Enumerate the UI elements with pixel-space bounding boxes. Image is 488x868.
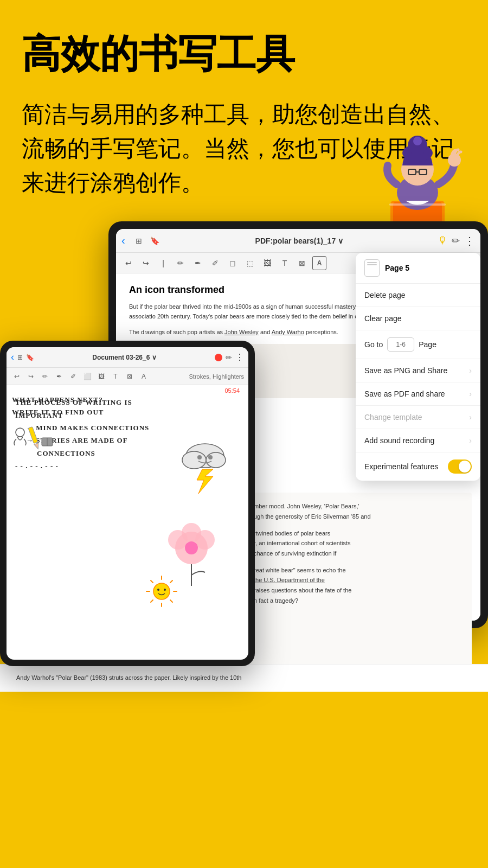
toggle-dot (459, 461, 471, 473)
chevron-right-icon-template: › (469, 413, 472, 422)
chevron-right-icon-sound: › (469, 436, 472, 445)
menu-header: Page 5 (356, 253, 480, 284)
second-tablet-tools: ↩ ↪ ✏ ✒ ✐ ⬜ 🖼 T ⊠ A Strokes, Highlighter… (7, 368, 248, 385)
hw-bottom-area: WHAT HAPPENS NEXT? WRITE IT TO FIND OUT (12, 393, 104, 456)
pen-icon[interactable]: ✏ (452, 235, 460, 247)
image-tool-icon[interactable]: 🖼 (260, 256, 274, 270)
save-pdf-label: Save as PDF and share (364, 390, 445, 398)
t2-redo[interactable]: ↪ (25, 373, 37, 380)
t2-font[interactable]: A (138, 373, 150, 380)
t2-image[interactable]: 🖼 (95, 373, 107, 380)
hero-section: 高效的书写工具 简洁与易用的多种工具，助您创造出自然、流畅的手写笔记。当然，您也… (0, 0, 488, 200)
document-title[interactable]: PDF:polar bears(1)_17 ∨ (165, 237, 433, 245)
t2-eraser[interactable]: ⬜ (81, 373, 93, 380)
second-pen-icon[interactable]: ✏ (226, 353, 232, 362)
save-png-label: Save as PNG and Share (364, 366, 447, 375)
bottom-strip: Andy Warhol's "Polar Bear" (1983) struts… (0, 664, 488, 692)
bottom-doc-section: mber mood. John Wesley, 'Polar Bears,'ug… (244, 493, 472, 666)
save-png-item[interactable]: Save as PNG and Share › (356, 359, 480, 382)
svg-point-22 (185, 541, 198, 554)
svg-point-14 (206, 452, 226, 468)
divider-icon: | (156, 256, 170, 270)
t2-undo[interactable]: ↩ (11, 373, 23, 380)
delete-page-item[interactable]: Delete page (356, 284, 480, 307)
svg-point-15 (197, 455, 202, 459)
page-suffix-label: Page (419, 340, 436, 349)
clear-page-item[interactable]: Clear page (356, 307, 480, 330)
bottom-doc-p1: mber mood. John Wesley, 'Polar Bears,'ug… (254, 501, 462, 521)
andy-warhol-link[interactable]: Andy Warho (272, 329, 304, 335)
grid-icon[interactable]: ⊞ (133, 235, 145, 247)
t2-text[interactable]: T (110, 373, 121, 380)
bookmark-icon[interactable]: 🔖 (149, 235, 161, 247)
bottom-doc-p3: reat white bear" seems to echo thethe U.… (254, 565, 462, 606)
svg-line-32 (170, 580, 172, 583)
experimental-features-item[interactable]: Experimental features (356, 452, 480, 481)
second-more-icon[interactable]: ⋮ (235, 352, 244, 362)
t2-crop[interactable]: ⊠ (124, 373, 136, 380)
handwriting-content: 05:54 THE PROCESS OF WRITING IS IMPORTAN… (7, 385, 248, 483)
second-tablet-inner: ‹ ⊞ 🔖 Document 03-26_6 ∨ ✏ ⋮ ↩ ↪ ✏ ✒ ✐ ⬜… (7, 347, 248, 660)
john-wesley-link[interactable]: John Wesley (224, 329, 259, 335)
second-back-icon[interactable]: ‹ (11, 352, 14, 363)
second-bookmark-icon[interactable]: 🔖 (26, 354, 34, 361)
svg-point-34 (164, 589, 166, 591)
goto-input[interactable] (387, 337, 414, 352)
svg-point-7 (413, 137, 422, 145)
undo-icon[interactable]: ↩ (121, 256, 136, 270)
dropdown-arrow-icon: ∨ (338, 237, 343, 245)
main-title: 高效的书写工具 (22, 33, 466, 75)
bottom-doc-text: mber mood. John Wesley, 'Polar Bears,'ug… (244, 493, 472, 614)
more-options-icon[interactable]: ⋮ (464, 234, 475, 247)
hw-what-happens: WHAT HAPPENS NEXT? (12, 393, 104, 406)
svg-point-33 (157, 589, 159, 591)
second-doc-title: Document 03-26_6 ∨ (37, 354, 211, 361)
delete-page-label: Delete page (364, 291, 406, 299)
change-template-label: Change template (364, 413, 422, 422)
clear-page-label: Clear page (364, 314, 402, 323)
fountain-pen-tool-icon[interactable]: ✒ (191, 256, 205, 270)
second-grid-icon[interactable]: ⊞ (17, 354, 23, 361)
department-link[interactable]: the U.S. Department of the (254, 577, 325, 583)
crop-tool-icon[interactable]: ⊠ (295, 256, 309, 270)
second-tablet-toolbar: ‹ ⊞ 🔖 Document 03-26_6 ∨ ✏ ⋮ (7, 347, 248, 368)
svg-marker-17 (197, 469, 213, 494)
experimental-features-label: Experimental features (364, 462, 438, 471)
svg-point-24 (153, 583, 170, 599)
lasso-tool-icon[interactable]: ⬚ (243, 256, 257, 270)
bottom-doc-p2: rtwined bodies of polar bearsr, an inter… (254, 528, 462, 559)
hw-write-it: WRITE IT TO FIND OUT (12, 406, 104, 418)
goto-page-item: Go to Page (356, 330, 480, 359)
eraser-tool-icon[interactable]: ◻ (226, 256, 240, 270)
stroke-label: Strokes, Highlighters (189, 373, 245, 380)
svg-point-16 (208, 455, 213, 459)
save-pdf-item[interactable]: Save as PDF and share › (356, 382, 480, 406)
page-options-dropdown: Page 5 Delete page Clear page Go to Page (356, 253, 480, 481)
svg-rect-11 (389, 203, 446, 206)
redo-icon[interactable]: ↪ (139, 256, 153, 270)
t2-fountain[interactable]: ✒ (53, 373, 65, 380)
highlighter-tool-icon[interactable]: ✐ (208, 256, 222, 270)
main-tablet-toolbar: ‹ ⊞ 🔖 PDF:polar bears(1)_17 ∨ 🎙 ✏ ⋮ (116, 229, 480, 253)
microphone-icon[interactable]: 🎙 (438, 235, 447, 246)
svg-point-35 (16, 428, 24, 437)
font-tool-icon[interactable]: A (312, 256, 326, 270)
text-tool-icon[interactable]: T (278, 256, 292, 270)
pencil-tool-icon[interactable]: ✏ (174, 256, 188, 270)
change-template-item[interactable]: Change template › (356, 406, 480, 429)
t2-highlight[interactable]: ✐ (67, 373, 79, 380)
svg-line-30 (170, 600, 172, 602)
add-sound-label: Add sound recording (364, 436, 434, 445)
svg-marker-37 (34, 443, 40, 449)
tablets-container: ‹ ⊞ 🔖 PDF:polar bears(1)_17 ∨ 🎙 ✏ ⋮ ↩ ↪ … (0, 221, 488, 666)
add-sound-recording-item[interactable]: Add sound recording › (356, 429, 480, 452)
goto-label: Go to (364, 340, 383, 349)
experimental-toggle[interactable] (448, 459, 472, 474)
chevron-right-icon: › (469, 366, 472, 375)
second-tablet: ‹ ⊞ 🔖 Document 03-26_6 ∨ ✏ ⋮ ↩ ↪ ✏ ✒ ✐ ⬜… (0, 341, 255, 666)
svg-point-13 (182, 451, 206, 469)
svg-rect-36 (28, 426, 38, 443)
menu-page-label: Page 5 (385, 264, 409, 272)
back-button[interactable]: ‹ (121, 234, 125, 247)
t2-pen[interactable]: ✏ (39, 373, 51, 380)
